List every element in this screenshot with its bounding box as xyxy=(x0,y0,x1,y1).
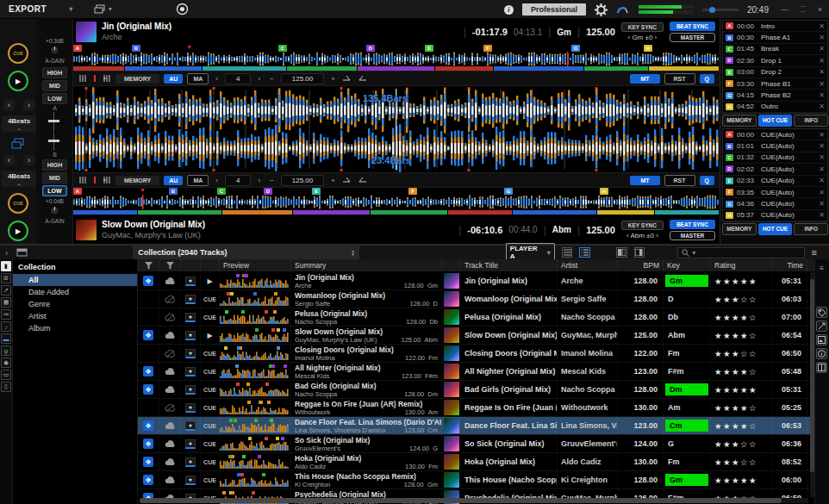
deck1-view-icon[interactable] xyxy=(11,138,24,151)
overview-cue-marker[interactable]: A xyxy=(73,188,82,195)
layout-switch-button[interactable]: ▾ xyxy=(94,4,112,14)
delete-cue-icon[interactable]: ✕ xyxy=(819,153,825,161)
preview-waveform[interactable] xyxy=(220,381,291,398)
overview-cue-marker[interactable]: D xyxy=(366,45,375,52)
overview-cue-marker[interactable]: E xyxy=(425,45,433,52)
rating-stars[interactable]: ★★★☆☆ xyxy=(711,457,757,467)
deck1-beats-selector[interactable]: 4Beats⌄ xyxy=(2,115,36,132)
mobile-icon[interactable]: ▯ xyxy=(1,382,11,392)
grid-edit-icon[interactable] xyxy=(78,176,87,184)
detail-view-icon[interactable] xyxy=(579,247,590,258)
search-input[interactable] xyxy=(698,249,800,257)
nudge-back-icon[interactable] xyxy=(342,75,352,82)
overview-cue-marker[interactable]: G xyxy=(504,188,513,195)
track-row[interactable]: ❖ ★ CUE Hoka (Original Mix) Aldo Cadiz13… xyxy=(138,453,814,471)
cue-list-item[interactable]: H 05:37 CUE(Auto) ✕ xyxy=(723,210,827,221)
preview-waveform[interactable] xyxy=(220,453,291,470)
tree-item-artist[interactable]: Artist xyxy=(13,310,137,322)
related-tracks-icon[interactable]: ↗ xyxy=(1,285,11,296)
delete-cue-icon[interactable]: ✕ xyxy=(819,68,825,76)
cue-list-item[interactable]: C 01:32 CUE(Auto) ✕ xyxy=(723,152,827,164)
collection-breadcrumb[interactable]: Collection (2040 Tracks) ▴▾ xyxy=(133,246,358,259)
track-row[interactable]: ❖ ★ CUE So Sick (Original Mix) GruuvElem… xyxy=(138,435,814,453)
related-tracks-icon[interactable] xyxy=(816,320,827,332)
itunes-icon[interactable]: ♪ xyxy=(1,321,11,332)
tree-item-genre[interactable]: Genre xyxy=(13,298,137,310)
deck2-eq-low-button[interactable]: LOW xyxy=(42,185,67,196)
deck2-eq-high-button[interactable]: HIGH xyxy=(42,159,67,171)
tempo-plus-button[interactable]: + xyxy=(328,75,338,83)
beat-jump-back-icon[interactable]: ‹ xyxy=(3,155,15,165)
enlarged-waveform-display[interactable]: 135.4Bars 23.4Bars xyxy=(73,86,720,172)
two-column-view-icon[interactable] xyxy=(616,247,627,258)
grid-marker-icon[interactable] xyxy=(91,74,98,83)
lighting-icon[interactable]: ◉ xyxy=(1,358,11,368)
grid-edit-icon[interactable] xyxy=(78,74,87,83)
deck2-play-button[interactable]: ▶ xyxy=(8,221,28,241)
cue-list-item[interactable]: D 02:02 CUE(Auto) ✕ xyxy=(723,164,827,175)
collection-icon[interactable]: ▮ xyxy=(1,261,11,271)
preview-waveform[interactable] xyxy=(220,363,291,380)
column-header-key[interactable]: Key xyxy=(664,259,711,271)
nudge-fwd-icon[interactable] xyxy=(357,75,367,82)
track-row[interactable]: ★ CUE Reggae Is On Fire (Juan (AR) Remix… xyxy=(138,399,814,417)
cue-list-item[interactable]: B 01:01 CUE(Auto) ✕ xyxy=(723,140,827,152)
track-row[interactable]: ❖ ★ CUE Bad Girls (Original Mix) Nacho S… xyxy=(138,381,814,399)
beats-minus-icon[interactable]: ‹ xyxy=(213,75,221,83)
delete-cue-icon[interactable]: ✕ xyxy=(819,103,825,110)
overview-cue-marker[interactable]: H xyxy=(600,188,608,195)
rating-stars[interactable]: ★★★★★ xyxy=(711,385,757,395)
settings-gear-icon[interactable] xyxy=(595,3,608,16)
deck2-ma-button[interactable]: MA xyxy=(187,175,209,186)
delete-cue-icon[interactable]: ✕ xyxy=(819,177,825,184)
overview-cue-marker[interactable]: G xyxy=(571,45,580,52)
deck1-ma-button[interactable]: MA xyxy=(187,73,209,84)
info-icon[interactable]: i xyxy=(504,5,514,15)
track-row[interactable]: ❖ ★ CUE This House (Nacho Scoppa Remix) … xyxy=(138,471,814,489)
cue-list-item[interactable]: E 03:00 Drop 2 ✕ xyxy=(723,67,827,78)
deck1-auto-cue-button[interactable]: AU xyxy=(164,74,183,84)
cue-list-item[interactable]: G 04:36 CUE(Auto) ✕ xyxy=(723,198,827,209)
artwork-panel-icon[interactable] xyxy=(816,334,827,345)
deck2-cue-button[interactable]: CUE xyxy=(8,193,28,214)
preview-playing-icon[interactable]: ▶ xyxy=(207,332,212,339)
track-row[interactable]: ❖ ★ CUE All Nighter (Original Mix) Mesca… xyxy=(138,363,814,381)
preview-waveform[interactable] xyxy=(220,417,291,434)
deck1-key-shift[interactable]: ‹ Gm ±0 › xyxy=(621,34,664,41)
preview-cue-button[interactable]: CUE xyxy=(203,441,216,447)
deck1-memory-tab[interactable]: MEMORY xyxy=(722,115,757,127)
overview-cue-marker[interactable]: H xyxy=(644,45,652,52)
delete-cue-icon[interactable]: ✕ xyxy=(819,189,825,196)
track-row[interactable]: ❖ ★ ▶ Slow Down (Original Mix) GuyMac, M… xyxy=(138,327,814,345)
column-header-preview[interactable]: Preview xyxy=(220,259,291,271)
beat-jump-fwd-icon[interactable]: › xyxy=(23,100,34,110)
overview-cue-marker[interactable]: E xyxy=(312,188,321,195)
table-horizontal-scrollbar[interactable] xyxy=(140,498,808,503)
tempo-minus-button[interactable]: − xyxy=(267,177,277,184)
overview-cue-marker[interactable]: F xyxy=(408,188,417,195)
preview-cue-button[interactable]: CUE xyxy=(203,369,216,375)
deck2-channel-fader[interactable] xyxy=(53,132,54,151)
rating-stars[interactable]: ★★★★☆ xyxy=(711,313,757,322)
rating-stars[interactable]: ★★★☆☆ xyxy=(711,295,757,304)
delete-cue-icon[interactable]: ✕ xyxy=(819,142,825,150)
menu-icon[interactable]: ≡ xyxy=(816,263,827,274)
rating-stars[interactable]: ★★★★☆ xyxy=(711,421,757,431)
deck1-eq-mid-button[interactable]: MID xyxy=(42,80,67,91)
table-vertical-scrollbar[interactable] xyxy=(810,272,814,497)
deck2-master-button[interactable]: MASTER xyxy=(670,231,715,240)
deck2-key-sync-button[interactable]: KEY SYNC xyxy=(621,221,664,230)
split-view-icon[interactable] xyxy=(816,362,827,373)
preview-waveform[interactable] xyxy=(220,399,291,416)
beats-minus-icon[interactable]: ‹ xyxy=(213,177,221,184)
deck1-quantize-button[interactable]: Q xyxy=(700,74,714,84)
maximize-button[interactable]: ⁚⁚ xyxy=(801,5,806,14)
deck2-reset-button[interactable]: RST xyxy=(664,175,695,186)
rating-stars[interactable]: ★★★★★ xyxy=(711,476,757,485)
rating-stars[interactable]: ★★★★★ xyxy=(711,277,757,286)
column-header-rating[interactable]: Rating xyxy=(711,259,773,271)
column-header-time[interactable]: Time xyxy=(773,259,807,271)
cue-list-item[interactable]: A 00:00 CUE(Auto) ✕ xyxy=(723,129,827,140)
cue-list-item[interactable]: H 04:52 Outro ✕ xyxy=(723,102,827,113)
track-row[interactable]: ❖ ★ CUE Dance Floor Feat. Lina Simons (D… xyxy=(138,417,814,435)
